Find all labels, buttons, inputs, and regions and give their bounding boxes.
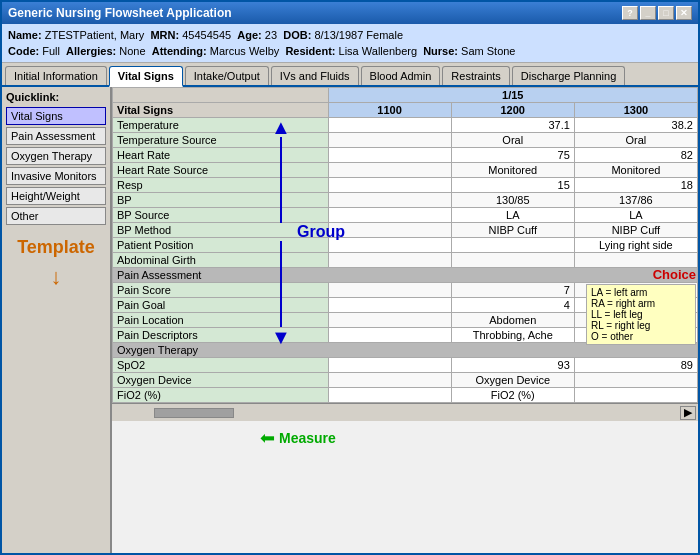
sidebar-item-invasive-monitors[interactable]: Invasive Monitors: [6, 167, 106, 185]
cell-1200[interactable]: [451, 238, 574, 253]
sidebar-item-oxygen-therapy[interactable]: Oxygen Therapy: [6, 147, 106, 165]
cell-1300[interactable]: 38.2: [574, 118, 697, 133]
cell-1100[interactable]: [328, 298, 451, 313]
patient-name: ZTESTPatient, Mary: [45, 29, 145, 41]
scroll-thumb[interactable]: [154, 408, 234, 418]
sidebar-item-other[interactable]: Other: [6, 207, 106, 225]
patient-mrn: 45454545: [182, 29, 231, 41]
cell-1300[interactable]: [574, 253, 697, 268]
cell-1100[interactable]: [328, 163, 451, 178]
help-button[interactable]: ?: [622, 6, 638, 20]
cell-1200[interactable]: 37.1: [451, 118, 574, 133]
cell-1200[interactable]: FiO2 (%): [451, 388, 574, 403]
cell-1100[interactable]: [328, 148, 451, 163]
cell-1100[interactable]: [328, 193, 451, 208]
row-label: Pain Descriptors: [113, 328, 329, 343]
cell-1100[interactable]: [328, 283, 451, 298]
allergies-label: Allergies:: [66, 45, 116, 57]
sidebar-item-height-weight[interactable]: Height/Weight: [6, 187, 106, 205]
cell-1300[interactable]: Lying right side: [574, 238, 697, 253]
cell-1100[interactable]: [328, 118, 451, 133]
cell-1100[interactable]: [328, 238, 451, 253]
cell-1100[interactable]: [328, 328, 451, 343]
tab-restraints[interactable]: Restraints: [442, 66, 510, 85]
minimize-button[interactable]: _: [640, 6, 656, 20]
cell-1100[interactable]: [328, 373, 451, 388]
cell-1200[interactable]: 93: [451, 358, 574, 373]
cell-1300[interactable]: [574, 328, 697, 343]
cell-1100[interactable]: [328, 388, 451, 403]
cell-1300[interactable]: [574, 373, 697, 388]
cell-1200[interactable]: LA: [451, 208, 574, 223]
cell-1200[interactable]: [451, 253, 574, 268]
cell-1300[interactable]: LA: [574, 208, 697, 223]
cell-1100[interactable]: [328, 223, 451, 238]
scroll-right-button[interactable]: ▶: [680, 406, 696, 420]
cell-1300[interactable]: Monitored: [574, 163, 697, 178]
cell-1200[interactable]: 75: [451, 148, 574, 163]
cell-1200[interactable]: 15: [451, 178, 574, 193]
table-row: Abdominal Girth: [113, 253, 698, 268]
sidebar-item-vital-signs[interactable]: Vital Signs: [6, 107, 106, 125]
table-row: SpO2 93 89: [113, 358, 698, 373]
data-area: 1/15 Vital Signs 1100 1200 1300 Temperat…: [112, 87, 698, 553]
table-row: Oxygen Device Oxygen Device: [113, 373, 698, 388]
cell-1100[interactable]: [328, 178, 451, 193]
tab-intake-output[interactable]: Intake/Output: [185, 66, 269, 85]
row-label: Patient Position: [113, 238, 329, 253]
patient-attending: Marcus Welby: [210, 45, 279, 57]
sidebar-header: Quicklink:: [6, 91, 106, 103]
cell-1100[interactable]: [328, 313, 451, 328]
row-label: BP Source: [113, 208, 329, 223]
sidebar-item-pain-assessment[interactable]: Pain Assessment: [6, 127, 106, 145]
table-row: Pain Descriptors Throbbing, Ache: [113, 328, 698, 343]
tab-bar: Initial Information Vital Signs Intake/O…: [2, 63, 698, 87]
cell-1200[interactable]: Abdomen: [451, 313, 574, 328]
cell-1300[interactable]: [574, 388, 697, 403]
cell-1300[interactable]: 82: [574, 148, 697, 163]
section-label-pain: Pain Assessment: [113, 268, 698, 283]
cell-1300[interactable]: 18: [574, 178, 697, 193]
row-label: BP: [113, 193, 329, 208]
row-label: SpO2: [113, 358, 329, 373]
cell-1300[interactable]: 89: [574, 358, 697, 373]
row-label: Temperature Source: [113, 133, 329, 148]
cell-1300[interactable]: Oral: [574, 133, 697, 148]
cell-1200[interactable]: Throbbing, Ache: [451, 328, 574, 343]
date-header: 1/15: [328, 88, 697, 103]
cell-1200[interactable]: Oxygen Device: [451, 373, 574, 388]
cell-1300[interactable]: [574, 313, 697, 328]
row-label: Heart Rate: [113, 148, 329, 163]
cell-1200[interactable]: Monitored: [451, 163, 574, 178]
cell-1200[interactable]: 7: [451, 283, 574, 298]
cell-1200[interactable]: 130/85: [451, 193, 574, 208]
cell-1100[interactable]: [328, 208, 451, 223]
cell-1300[interactable]: [574, 298, 697, 313]
cell-1300[interactable]: 137/86: [574, 193, 697, 208]
horizontal-scrollbar[interactable]: ▶: [112, 403, 698, 421]
patient-nurse: Sam Stone: [461, 45, 515, 57]
tab-initial-information[interactable]: Initial Information: [5, 66, 107, 85]
tab-discharge-planning[interactable]: Discharge Planning: [512, 66, 625, 85]
patient-allergies: None: [119, 45, 145, 57]
cell-1300[interactable]: NIBP Cuff: [574, 223, 697, 238]
row-label: Pain Location: [113, 313, 329, 328]
tab-ivs-fluids[interactable]: IVs and Fluids: [271, 66, 359, 85]
cell-1100[interactable]: [328, 133, 451, 148]
main-window: Generic Nursing Flowsheet Application ? …: [0, 0, 700, 555]
patient-code: Full: [42, 45, 60, 57]
cell-1300[interactable]: [574, 283, 697, 298]
cell-1200[interactable]: Oral: [451, 133, 574, 148]
cell-1200[interactable]: 4: [451, 298, 574, 313]
cell-1200[interactable]: NIBP Cuff: [451, 223, 574, 238]
tab-blood-admin[interactable]: Blood Admin: [361, 66, 441, 85]
cell-1100[interactable]: [328, 358, 451, 373]
cell-1100[interactable]: [328, 253, 451, 268]
table-row: Patient Position Lying right side: [113, 238, 698, 253]
tab-vital-signs[interactable]: Vital Signs: [109, 66, 183, 87]
table-row: Temperature Source Oral Oral: [113, 133, 698, 148]
measure-label: Measure: [279, 430, 336, 446]
close-button[interactable]: ✕: [676, 6, 692, 20]
maximize-button[interactable]: □: [658, 6, 674, 20]
main-content: Quicklink: Vital Signs Pain Assessment O…: [2, 87, 698, 553]
